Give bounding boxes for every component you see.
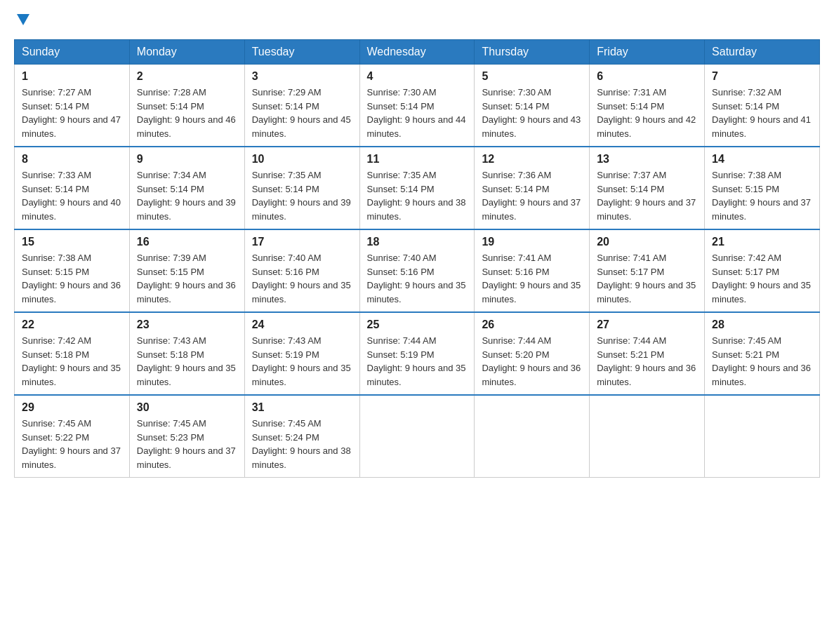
day-info: Sunrise: 7:45 AM Sunset: 5:21 PM Dayligh… xyxy=(712,334,812,389)
day-number: 6 xyxy=(597,70,697,83)
day-number: 22 xyxy=(22,318,122,331)
calendar-day-cell: 9 Sunrise: 7:34 AM Sunset: 5:14 PM Dayli… xyxy=(129,147,244,229)
calendar-day-cell xyxy=(705,395,820,478)
day-info: Sunrise: 7:36 AM Sunset: 5:14 PM Dayligh… xyxy=(482,168,582,223)
day-info: Sunrise: 7:43 AM Sunset: 5:19 PM Dayligh… xyxy=(252,334,352,389)
day-info: Sunrise: 7:38 AM Sunset: 5:15 PM Dayligh… xyxy=(22,251,122,306)
calendar-day-cell: 30 Sunrise: 7:45 AM Sunset: 5:23 PM Dayl… xyxy=(129,395,244,478)
calendar-day-cell: 11 Sunrise: 7:35 AM Sunset: 5:14 PM Dayl… xyxy=(359,147,475,229)
day-info: Sunrise: 7:35 AM Sunset: 5:14 PM Dayligh… xyxy=(367,168,468,223)
calendar-day-cell: 10 Sunrise: 7:35 AM Sunset: 5:14 PM Dayl… xyxy=(244,147,359,229)
day-number: 14 xyxy=(712,153,812,166)
day-number: 2 xyxy=(137,70,237,83)
calendar-table: Sunday Monday Tuesday Wednesday Thursday… xyxy=(14,39,820,478)
day-info: Sunrise: 7:40 AM Sunset: 5:16 PM Dayligh… xyxy=(252,251,352,306)
logo-triangle-icon xyxy=(15,11,31,27)
day-info: Sunrise: 7:41 AM Sunset: 5:16 PM Dayligh… xyxy=(482,251,582,306)
day-info: Sunrise: 7:30 AM Sunset: 5:14 PM Dayligh… xyxy=(367,86,468,140)
col-saturday: Saturday xyxy=(705,40,820,65)
day-number: 19 xyxy=(482,236,582,248)
calendar-day-cell: 23 Sunrise: 7:43 AM Sunset: 5:18 PM Dayl… xyxy=(129,312,244,395)
day-info: Sunrise: 7:45 AM Sunset: 5:22 PM Dayligh… xyxy=(22,417,122,471)
calendar-week-row: 8 Sunrise: 7:33 AM Sunset: 5:14 PM Dayli… xyxy=(15,147,820,229)
day-number: 3 xyxy=(252,70,352,83)
calendar-day-cell: 25 Sunrise: 7:44 AM Sunset: 5:19 PM Dayl… xyxy=(359,312,475,395)
col-thursday: Thursday xyxy=(475,40,590,65)
calendar-day-cell: 28 Sunrise: 7:45 AM Sunset: 5:21 PM Dayl… xyxy=(705,312,820,395)
day-info: Sunrise: 7:33 AM Sunset: 5:14 PM Dayligh… xyxy=(22,168,122,223)
calendar-day-cell: 12 Sunrise: 7:36 AM Sunset: 5:14 PM Dayl… xyxy=(475,147,590,229)
calendar-day-cell: 22 Sunrise: 7:42 AM Sunset: 5:18 PM Dayl… xyxy=(15,312,130,395)
calendar-week-row: 22 Sunrise: 7:42 AM Sunset: 5:18 PM Dayl… xyxy=(15,312,820,395)
day-info: Sunrise: 7:27 AM Sunset: 5:14 PM Dayligh… xyxy=(22,86,122,140)
day-number: 29 xyxy=(22,401,122,414)
calendar-day-cell: 18 Sunrise: 7:40 AM Sunset: 5:16 PM Dayl… xyxy=(359,229,475,312)
calendar-day-cell: 15 Sunrise: 7:38 AM Sunset: 5:15 PM Dayl… xyxy=(15,229,130,312)
day-number: 25 xyxy=(367,318,468,331)
day-number: 23 xyxy=(137,318,237,331)
day-number: 17 xyxy=(252,236,352,248)
logo xyxy=(14,14,31,27)
day-number: 8 xyxy=(22,153,122,166)
calendar-day-cell: 24 Sunrise: 7:43 AM Sunset: 5:19 PM Dayl… xyxy=(244,312,359,395)
day-number: 31 xyxy=(252,401,352,414)
day-number: 21 xyxy=(712,236,812,248)
calendar-day-cell xyxy=(590,395,705,478)
day-info: Sunrise: 7:37 AM Sunset: 5:14 PM Dayligh… xyxy=(597,168,697,223)
calendar-day-cell: 16 Sunrise: 7:39 AM Sunset: 5:15 PM Dayl… xyxy=(129,229,244,312)
day-info: Sunrise: 7:31 AM Sunset: 5:14 PM Dayligh… xyxy=(597,86,697,140)
day-info: Sunrise: 7:44 AM Sunset: 5:19 PM Dayligh… xyxy=(367,334,468,389)
day-number: 9 xyxy=(137,153,237,166)
day-number: 7 xyxy=(712,70,812,83)
calendar-day-cell: 19 Sunrise: 7:41 AM Sunset: 5:16 PM Dayl… xyxy=(475,229,590,312)
calendar-day-cell: 4 Sunrise: 7:30 AM Sunset: 5:14 PM Dayli… xyxy=(359,65,475,147)
calendar-day-cell xyxy=(359,395,475,478)
col-monday: Monday xyxy=(129,40,244,65)
col-friday: Friday xyxy=(590,40,705,65)
day-info: Sunrise: 7:44 AM Sunset: 5:20 PM Dayligh… xyxy=(482,334,582,389)
day-number: 18 xyxy=(367,236,468,248)
day-info: Sunrise: 7:45 AM Sunset: 5:23 PM Dayligh… xyxy=(137,417,237,471)
day-number: 10 xyxy=(252,153,352,166)
day-info: Sunrise: 7:41 AM Sunset: 5:17 PM Dayligh… xyxy=(597,251,697,306)
calendar-day-cell: 6 Sunrise: 7:31 AM Sunset: 5:14 PM Dayli… xyxy=(590,65,705,147)
col-wednesday: Wednesday xyxy=(359,40,475,65)
day-info: Sunrise: 7:38 AM Sunset: 5:15 PM Dayligh… xyxy=(712,168,812,223)
calendar-day-cell: 27 Sunrise: 7:44 AM Sunset: 5:21 PM Dayl… xyxy=(590,312,705,395)
day-info: Sunrise: 7:44 AM Sunset: 5:21 PM Dayligh… xyxy=(597,334,697,389)
svg-marker-0 xyxy=(17,14,29,25)
day-number: 13 xyxy=(597,153,697,166)
calendar-week-row: 29 Sunrise: 7:45 AM Sunset: 5:22 PM Dayl… xyxy=(15,395,820,478)
calendar-day-cell: 3 Sunrise: 7:29 AM Sunset: 5:14 PM Dayli… xyxy=(244,65,359,147)
day-info: Sunrise: 7:43 AM Sunset: 5:18 PM Dayligh… xyxy=(137,334,237,389)
page-header xyxy=(14,14,820,27)
day-info: Sunrise: 7:42 AM Sunset: 5:17 PM Dayligh… xyxy=(712,251,812,306)
calendar-day-cell xyxy=(475,395,590,478)
day-info: Sunrise: 7:28 AM Sunset: 5:14 PM Dayligh… xyxy=(137,86,237,140)
day-number: 5 xyxy=(482,70,582,83)
calendar-day-cell: 7 Sunrise: 7:32 AM Sunset: 5:14 PM Dayli… xyxy=(705,65,820,147)
calendar-day-cell: 21 Sunrise: 7:42 AM Sunset: 5:17 PM Dayl… xyxy=(705,229,820,312)
day-number: 12 xyxy=(482,153,582,166)
day-number: 20 xyxy=(597,236,697,248)
col-tuesday: Tuesday xyxy=(244,40,359,65)
calendar-day-cell: 17 Sunrise: 7:40 AM Sunset: 5:16 PM Dayl… xyxy=(244,229,359,312)
calendar-day-cell: 20 Sunrise: 7:41 AM Sunset: 5:17 PM Dayl… xyxy=(590,229,705,312)
day-number: 4 xyxy=(367,70,468,83)
calendar-week-row: 1 Sunrise: 7:27 AM Sunset: 5:14 PM Dayli… xyxy=(15,65,820,147)
day-number: 1 xyxy=(22,70,122,83)
calendar-header-row: Sunday Monday Tuesday Wednesday Thursday… xyxy=(15,40,820,65)
day-number: 11 xyxy=(367,153,468,166)
day-number: 24 xyxy=(252,318,352,331)
day-info: Sunrise: 7:30 AM Sunset: 5:14 PM Dayligh… xyxy=(482,86,582,140)
calendar-day-cell: 31 Sunrise: 7:45 AM Sunset: 5:24 PM Dayl… xyxy=(244,395,359,478)
calendar-day-cell: 13 Sunrise: 7:37 AM Sunset: 5:14 PM Dayl… xyxy=(590,147,705,229)
calendar-day-cell: 29 Sunrise: 7:45 AM Sunset: 5:22 PM Dayl… xyxy=(15,395,130,478)
calendar-day-cell: 1 Sunrise: 7:27 AM Sunset: 5:14 PM Dayli… xyxy=(15,65,130,147)
day-info: Sunrise: 7:42 AM Sunset: 5:18 PM Dayligh… xyxy=(22,334,122,389)
day-number: 15 xyxy=(22,236,122,248)
calendar-day-cell: 5 Sunrise: 7:30 AM Sunset: 5:14 PM Dayli… xyxy=(475,65,590,147)
day-number: 16 xyxy=(137,236,237,248)
calendar-day-cell: 26 Sunrise: 7:44 AM Sunset: 5:20 PM Dayl… xyxy=(475,312,590,395)
day-info: Sunrise: 7:32 AM Sunset: 5:14 PM Dayligh… xyxy=(712,86,812,140)
